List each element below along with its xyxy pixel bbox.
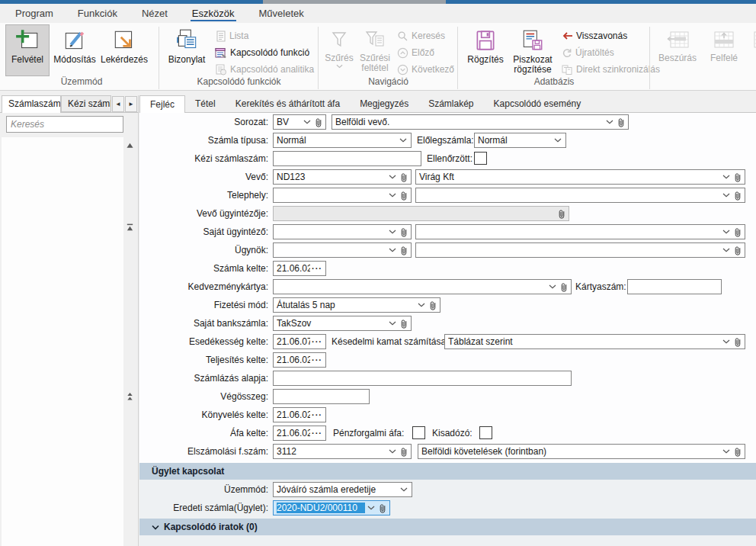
menu-eszkozok[interactable]: Eszközök <box>191 5 236 21</box>
vegosszeg-input[interactable] <box>273 389 370 404</box>
telephely-code-combo[interactable] <box>273 188 412 203</box>
menu-program[interactable]: Program <box>14 5 55 21</box>
paperclip-icon[interactable] <box>732 246 743 255</box>
chevron-down-icon[interactable] <box>365 506 377 510</box>
vevo-name-combo[interactable]: Virág Kft <box>415 169 745 185</box>
telephely-name-combo[interactable] <box>415 188 745 203</box>
chevron-down-icon[interactable] <box>386 248 399 252</box>
szamla-tipusa-combo[interactable]: Normál <box>273 133 412 148</box>
paperclip-icon[interactable] <box>399 447 409 457</box>
chevron-down-icon[interactable] <box>720 230 732 234</box>
paperclip-icon[interactable] <box>732 172 743 182</box>
chevron-down-icon[interactable] <box>415 303 428 307</box>
modositas-button[interactable]: Módosítás <box>53 25 96 75</box>
sajat-bankszamla-combo[interactable]: TakSzov <box>273 316 412 331</box>
paperclip-icon[interactable] <box>732 337 743 347</box>
vevo-code-combo[interactable]: ND123 <box>273 169 412 185</box>
teljesites-kelte-datefield[interactable]: 21.06.02. ··· <box>273 352 326 368</box>
chevron-down-icon[interactable] <box>720 193 732 198</box>
chevron-down-icon[interactable] <box>386 175 399 179</box>
tab-tetel[interactable]: Tétel <box>185 95 226 112</box>
ugynok-code-combo[interactable] <box>273 242 412 258</box>
afa-kelte-datefield[interactable]: 21.06.02. ··· <box>273 426 326 441</box>
sorozat-code-combo[interactable]: BV <box>273 114 326 130</box>
chevron-down-icon[interactable] <box>386 449 399 454</box>
szures-button[interactable]: Szűrés <box>323 25 355 75</box>
left-tabs-scroll-right-button[interactable]: ► <box>125 96 137 112</box>
paperclip-icon[interactable] <box>399 227 409 237</box>
date-picker-button[interactable]: ··· <box>310 429 324 438</box>
scroll-up-button[interactable] <box>125 140 135 149</box>
chevron-down-icon[interactable] <box>604 120 616 124</box>
menu-nezet[interactable]: Nézet <box>140 5 169 21</box>
rogzites-button[interactable]: Rögzítés <box>465 25 506 75</box>
paperclip-icon[interactable] <box>732 447 743 457</box>
szamlazas-alapja-input[interactable] <box>273 371 572 386</box>
menu-funkciok[interactable]: Funkciók <box>76 5 119 21</box>
date-picker-button[interactable]: ··· <box>310 410 324 419</box>
kapcsolodo-analitika-button[interactable]: Kapcsolódó analitika <box>215 63 314 76</box>
kovetkezo-button[interactable]: Következő <box>397 63 454 76</box>
paperclip-icon[interactable] <box>377 503 388 513</box>
paperclip-icon[interactable] <box>556 209 567 219</box>
paperclip-icon[interactable] <box>616 117 626 127</box>
chevron-down-icon[interactable] <box>720 248 732 252</box>
scroll-fast-up-button[interactable] <box>125 392 135 401</box>
invoice-list[interactable] <box>2 137 123 546</box>
sajat-ugyintezo-code-combo[interactable] <box>273 224 412 239</box>
left-tab-kezi-szamlaszam[interactable]: Kézi számlas <box>61 95 111 112</box>
elszamolasi-fszam-code-combo[interactable]: 3112 <box>273 444 412 459</box>
paperclip-icon[interactable] <box>428 300 438 310</box>
tab-kapcsolodo-esemeny[interactable]: Kapcsolódó esemény <box>484 95 591 112</box>
tab-szamlakep[interactable]: Számlakép <box>418 95 483 112</box>
kapcsolodo-funkcio-button[interactable]: Kapcsolódó funkció <box>215 46 309 59</box>
visszavonas-button[interactable]: Visszavonás <box>561 29 627 43</box>
chevron-down-icon[interactable] <box>720 449 732 454</box>
section-header-kapcsolodo-iratok[interactable]: Kapcsolódó iratok (0) <box>139 519 756 535</box>
chevron-down-icon[interactable] <box>546 284 559 289</box>
ugynok-name-combo[interactable] <box>415 242 745 258</box>
tab-fejlec[interactable]: Fejléc <box>139 95 185 113</box>
chevron-down-icon[interactable] <box>301 120 313 124</box>
chevron-down-icon[interactable] <box>397 138 409 143</box>
scroll-top-button[interactable] <box>125 223 135 232</box>
felfele-button[interactable]: Felfelé <box>706 25 742 75</box>
chevron-down-icon[interactable] <box>720 175 732 179</box>
felvetel-button[interactable]: Felvétel <box>6 25 49 75</box>
fizetesi-mod-combo[interactable]: Átutalás 5 nap <box>273 297 440 313</box>
direkt-szinkronizalas-button[interactable]: Direkt szinkronizálás <box>561 63 660 76</box>
chevron-down-icon[interactable] <box>720 339 732 344</box>
kezi-szamlaszam-input[interactable] <box>273 151 421 166</box>
ellenorzott-checkbox[interactable] <box>474 152 487 165</box>
left-tab-szamlaszam[interactable]: Számlaszám <box>2 95 61 113</box>
left-tabs-scroll-left-button[interactable]: ◄ <box>112 96 124 112</box>
kisadozo-checkbox[interactable] <box>479 426 492 439</box>
uzemmod-combo[interactable]: Jóváíró számla eredetije <box>273 482 412 497</box>
kedvezmenykartya-combo[interactable] <box>273 279 572 294</box>
paperclip-icon[interactable] <box>313 117 324 127</box>
kartyaszam-input[interactable] <box>627 279 722 294</box>
date-picker-button[interactable]: ··· <box>310 337 324 346</box>
chevron-down-icon[interactable] <box>398 487 410 492</box>
paperclip-icon[interactable] <box>732 227 743 237</box>
paperclip-icon[interactable] <box>399 172 409 182</box>
lekerdezes-button[interactable]: Lekérdezés <box>101 25 148 75</box>
sorozat-name-combo[interactable]: Belföldi vevő. <box>332 114 629 130</box>
date-picker-button[interactable]: ··· <box>310 264 324 273</box>
paperclip-icon[interactable] <box>399 246 409 255</box>
chevron-down-icon[interactable] <box>386 321 399 326</box>
elozo-button[interactable]: Előző <box>397 46 434 59</box>
elszamolasi-fszam-name-combo[interactable]: Belföldi követelések (forintban) <box>418 444 745 459</box>
paperclip-icon[interactable] <box>399 191 409 201</box>
search-input[interactable]: Keresés <box>6 116 123 133</box>
kesedelmi-kamat-combo[interactable]: Táblázat szerint <box>444 334 745 349</box>
piszkozat-rogzitese-button[interactable]: Piszkozat rögzítése <box>509 25 556 75</box>
esedekesseg-kelte-datefield[interactable]: 21.06.07. ··· <box>273 334 326 349</box>
lista-button[interactable]: Lista <box>215 29 248 43</box>
elolegszamla-combo[interactable]: Normál <box>474 133 566 148</box>
eredeti-szamla-combo[interactable]: 2020-NDÚ2/000110 <box>273 500 390 515</box>
ujratoltes-button[interactable]: Újratöltés <box>561 46 614 59</box>
szamla-kelte-datefield[interactable]: 21.06.02. ··· <box>273 261 326 276</box>
chevron-down-icon[interactable] <box>386 193 399 198</box>
konyveles-kelte-datefield[interactable]: 21.06.02. ··· <box>273 407 326 422</box>
